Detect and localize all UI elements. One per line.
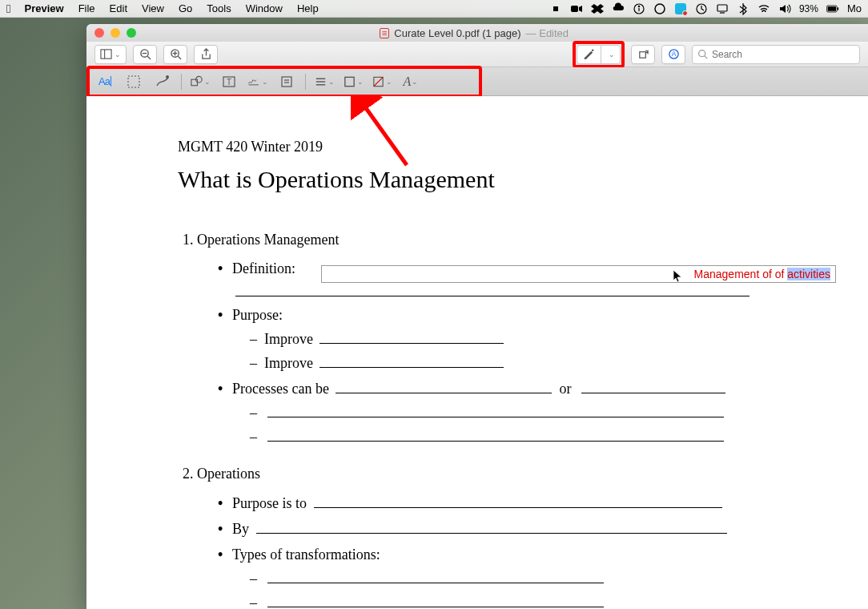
- menubar-item-window[interactable]: Window: [239, 2, 290, 14]
- list-item: [250, 402, 777, 423]
- annotation-arrow-left: [351, 96, 415, 170]
- list-item: By: [218, 518, 777, 539]
- list-item: Operations Purpose is to By Types of tra…: [197, 463, 777, 609]
- menubar:  Preview File Edit View Go Tools Window…: [0, 0, 868, 18]
- svg-rect-11: [101, 50, 111, 58]
- apple-menu-icon[interactable]: : [6, 2, 10, 15]
- svg-point-24: [699, 50, 705, 57]
- battery-icon[interactable]: [826, 2, 839, 15]
- text-annotation-box[interactable]: Management of of activities: [321, 265, 836, 283]
- svg-line-25: [705, 56, 707, 58]
- window-title: Curate Level 0.pdf (1 page): [394, 27, 520, 39]
- list-item: [250, 592, 777, 609]
- svg-rect-1: [571, 6, 578, 12]
- preview-window: ≡ Curate Level 0.pdf (1 page) — Edited ⌄…: [86, 24, 868, 609]
- cursor-icon: [673, 269, 684, 284]
- menubar-extra-text[interactable]: Mo: [847, 2, 862, 14]
- menu-extra-bluetooth-icon[interactable]: [737, 2, 749, 15]
- list-item: [250, 568, 777, 589]
- note-tool[interactable]: [276, 73, 297, 91]
- menubar-app-name[interactable]: Preview: [17, 2, 70, 14]
- pdf-page: MGMT 420 Winter 2019 What is Operations …: [86, 96, 868, 609]
- share-button[interactable]: [194, 45, 218, 64]
- fullscreen-button[interactable]: [127, 28, 136, 38]
- menu-extra-displays-icon[interactable]: [716, 2, 729, 15]
- document-canvas[interactable]: MGMT 420 Winter 2019 What is Operations …: [86, 96, 868, 609]
- menubar-item-edit[interactable]: Edit: [102, 2, 135, 14]
- menubar-item-tools[interactable]: Tools: [199, 2, 238, 14]
- rotate-button[interactable]: [631, 45, 655, 64]
- page-title: What is Operations Management: [178, 162, 777, 197]
- list-item: Improve: [250, 329, 777, 349]
- annotation-text: Management of of activities: [694, 268, 830, 280]
- window-traffic-lights: [94, 28, 136, 38]
- svg-rect-21: [639, 52, 645, 58]
- sidebar-view-button[interactable]: ⌄: [94, 45, 127, 64]
- search-icon: [697, 49, 708, 59]
- markup-toolbar: Aa ⌄ T ⌄ ⌄ ⌄ ⌄ A⌄: [86, 67, 868, 96]
- list-item: Types of transformations:: [218, 544, 777, 609]
- menu-extra-dropbox-icon[interactable]: [591, 2, 604, 15]
- svg-rect-0: [553, 6, 558, 11]
- menu-right: 93% Mo: [549, 2, 862, 15]
- svg-line-41: [374, 77, 383, 86]
- svg-text:T: T: [227, 78, 231, 87]
- rect-select-tool[interactable]: [123, 73, 144, 91]
- menu-extra-timemachine-icon[interactable]: [695, 2, 708, 15]
- sign-tool[interactable]: ⌄: [247, 73, 268, 91]
- text-select-tool[interactable]: Aa: [94, 73, 115, 91]
- text-box-tool[interactable]: T: [219, 73, 239, 91]
- font-style-tool[interactable]: A⌄: [400, 73, 421, 91]
- list-item: Operations Management Definition: Purpos…: [197, 229, 777, 448]
- primary-toolbar: ⌄ ⌄ A: [86, 42, 868, 67]
- svg-rect-39: [345, 77, 354, 86]
- menu-extra-facetime-icon[interactable]: [570, 2, 583, 15]
- border-style-tool[interactable]: ⌄: [314, 73, 335, 91]
- document-type-icon: ≡: [380, 28, 389, 38]
- border-color-tool[interactable]: ⌄: [343, 73, 364, 91]
- menubar-item-help[interactable]: Help: [290, 2, 326, 14]
- search-field[interactable]: [692, 45, 860, 64]
- window-titlebar[interactable]: ≡ Curate Level 0.pdf (1 page) — Edited: [86, 24, 868, 42]
- menubar-item-go[interactable]: Go: [171, 2, 199, 14]
- menu-extra-app-icon[interactable]: [674, 2, 687, 15]
- window-edited-label: — Edited: [526, 27, 569, 39]
- menu-extra-cloud-icon[interactable]: [612, 2, 625, 15]
- svg-rect-33: [282, 77, 291, 87]
- svg-point-27: [167, 75, 169, 78]
- list-item: Processes can be or: [218, 378, 777, 447]
- svg-point-4: [638, 6, 639, 6]
- menu-extra-cc-icon[interactable]: [653, 2, 666, 15]
- svg-line-17: [178, 56, 181, 59]
- zoom-out-button[interactable]: [133, 45, 157, 64]
- markup-toggle-button[interactable]: [577, 45, 601, 64]
- shapes-tool[interactable]: ⌄: [190, 73, 211, 91]
- markup-dropdown-button[interactable]: ⌄: [601, 45, 621, 64]
- menubar-item-file[interactable]: File: [71, 2, 102, 14]
- menu-extra-info-icon[interactable]: [633, 2, 645, 15]
- menu-extra-volume-icon[interactable]: [778, 2, 791, 15]
- list-item: Purpose: Improve Improve: [218, 304, 777, 373]
- menu-extra-square-icon[interactable]: [549, 2, 562, 15]
- sketch-tool[interactable]: [152, 73, 173, 91]
- svg-rect-10: [838, 7, 839, 10]
- fill-color-tool[interactable]: ⌄: [372, 73, 392, 91]
- list-item: [250, 426, 777, 447]
- svg-rect-9: [828, 6, 836, 11]
- close-button[interactable]: [94, 28, 104, 38]
- battery-percent[interactable]: 93%: [799, 3, 818, 14]
- svg-line-42: [362, 103, 407, 165]
- menubar-item-view[interactable]: View: [135, 2, 171, 14]
- course-header: MGMT 420 Winter 2019: [178, 136, 777, 157]
- markup-button-highlight: ⌄: [573, 41, 625, 68]
- search-input[interactable]: [712, 49, 854, 60]
- svg-rect-26: [128, 76, 139, 87]
- menu-extra-wifi-icon[interactable]: [757, 2, 770, 15]
- svg-point-20: [592, 50, 593, 51]
- zoom-in-button[interactable]: [163, 45, 187, 64]
- inspector-button[interactable]: A: [661, 45, 685, 64]
- minimize-button[interactable]: [111, 28, 120, 38]
- list-item: Improve: [250, 353, 777, 373]
- svg-line-14: [147, 56, 151, 59]
- svg-text:A: A: [671, 50, 676, 58]
